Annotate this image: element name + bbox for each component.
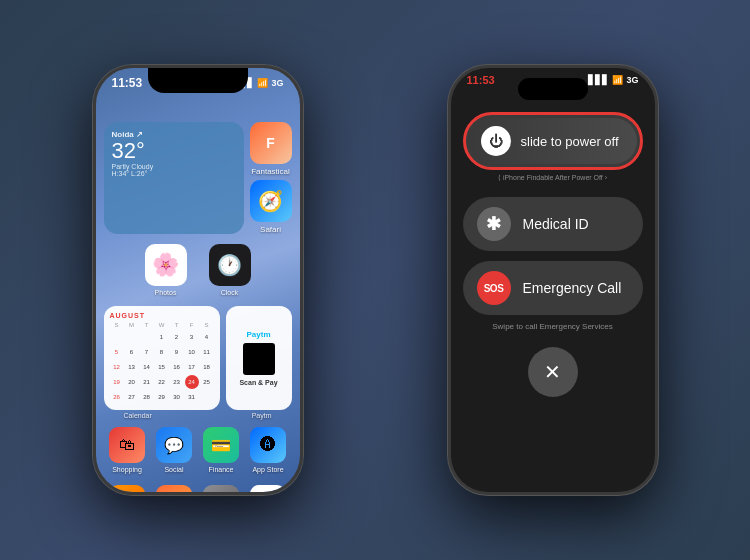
- food-icon: 🍔: [156, 485, 192, 492]
- phone2-power[interactable]: [656, 187, 658, 223]
- cancel-icon: ✕: [544, 360, 561, 384]
- photos-clock-row: 🌸 Photos 🕐 Clock: [96, 238, 300, 302]
- app-photos[interactable]: 🌸 Photos: [145, 244, 187, 296]
- app-appstore[interactable]: 🅐 App Store: [250, 427, 286, 473]
- photos-label: Photos: [155, 289, 177, 296]
- shopping-icon: 🛍: [109, 427, 145, 463]
- appstore-icon: 🅐: [250, 427, 286, 463]
- app-google[interactable]: G Google: [250, 485, 286, 492]
- weather-city: Noida ↗: [112, 130, 236, 139]
- weather-desc: Partly Cloudy: [112, 163, 236, 170]
- shopping-label: Shopping: [112, 466, 142, 473]
- phone1: 11:53 ▋▋▋ 📶 3G Noida ↗ 32° Partly Cloudy…: [93, 65, 303, 495]
- dynamic-island: [518, 78, 588, 100]
- paytm-scan-label: Scan & Pay: [239, 379, 277, 386]
- medical-id-icon: ✱: [477, 207, 511, 241]
- wifi-icon: 📶: [257, 78, 268, 88]
- power-slider-container[interactable]: ⏻ slide to power off: [463, 112, 643, 170]
- widgets-row-1: Noida ↗ 32° Partly Cloudy H:34° L:26° F …: [96, 122, 300, 234]
- emergency-call-label: Emergency Call: [523, 280, 622, 296]
- phone2-vol-down[interactable]: [448, 238, 450, 260]
- paytm-logo: Paytm: [246, 330, 270, 339]
- settings-icon: ⚙️: [203, 485, 239, 492]
- phone2-wifi: 📶: [612, 75, 623, 85]
- app-food[interactable]: 🍔 Food: [156, 485, 192, 492]
- volume-down-button[interactable]: [93, 216, 94, 238]
- power-slider[interactable]: ⏻ slide to power off: [469, 118, 637, 164]
- middle-apps-row: 🛍 Shopping 💬 Social 💳 Finance 🅐 App Stor…: [96, 421, 300, 479]
- appstore-label: App Store: [252, 466, 283, 473]
- calendar-days-header: SMTWTFS: [110, 322, 214, 328]
- phone2-status-icons: ▋▋▋ 📶 3G: [588, 75, 638, 85]
- widget-labels: Calendar Paytm: [96, 410, 300, 421]
- app-settings[interactable]: ⚙️ Settings: [203, 485, 239, 492]
- volume-up-button[interactable]: [93, 174, 94, 196]
- weather-temp: 32°: [112, 139, 236, 163]
- emergency-call-button[interactable]: SOS Emergency Call: [463, 261, 643, 315]
- power-slider-label: slide to power off: [521, 134, 619, 149]
- fantastical-label: Fantastical: [251, 167, 290, 176]
- asterisk-icon: ✱: [486, 213, 501, 235]
- clock-icon: 🕐: [209, 244, 251, 286]
- app-social[interactable]: 💬 Social: [156, 427, 192, 473]
- photos-icon: 🌸: [145, 244, 187, 286]
- phone2-screen: 11:53 ▋▋▋ 📶 3G ⏻ slide to power: [451, 68, 655, 492]
- phone2-mute[interactable]: [448, 161, 450, 175]
- right-button-highlight: [302, 225, 303, 300]
- weather-hilo: H:34° L:26°: [112, 170, 236, 177]
- phone2-signal: ▋▋▋: [588, 75, 609, 85]
- medical-id-button[interactable]: ✱ Medical ID: [463, 197, 643, 251]
- phone2-status-time: 11:53: [467, 74, 495, 86]
- mute-button[interactable]: [93, 149, 94, 163]
- audio-icon: 🎵: [109, 485, 145, 492]
- paytm-app-label: Paytm: [252, 412, 272, 419]
- finance-label: Finance: [209, 466, 234, 473]
- phone2: 11:53 ▋▋▋ 📶 3G ⏻ slide to power: [448, 65, 658, 495]
- safari-icon: 🧭: [250, 180, 292, 222]
- main-container: 11:53 ▋▋▋ 📶 3G Noida ↗ 32° Partly Cloudy…: [0, 0, 750, 560]
- network-badge: 3G: [271, 78, 283, 88]
- weather-widget[interactable]: Noida ↗ 32° Partly Cloudy H:34° L:26°: [104, 122, 244, 234]
- left-button-highlight: [93, 225, 94, 300]
- calendar-app-label: Calendar: [123, 412, 151, 419]
- social-icon: 💬: [156, 427, 192, 463]
- app-safari[interactable]: 🧭 Safari: [250, 180, 292, 234]
- safari-label: Safari: [260, 225, 281, 234]
- status-time: 11:53: [112, 76, 143, 90]
- power-icon: ⏻: [489, 133, 503, 149]
- social-label: Social: [164, 466, 183, 473]
- google-icon: G: [250, 485, 286, 492]
- calendar-grid: 1 2 3 4 5 6 7 8 9 10 11 12 13: [110, 330, 214, 404]
- sos-text: SOS: [484, 283, 504, 294]
- app-audio[interactable]: 🎵 Audio: [109, 485, 145, 492]
- phone2-vol-up[interactable]: [448, 195, 450, 217]
- phone1-screen: 11:53 ▋▋▋ 📶 3G Noida ↗ 32° Partly Cloudy…: [96, 68, 300, 492]
- fantastical-icon: F: [250, 122, 292, 164]
- power-button[interactable]: [302, 187, 303, 223]
- medical-id-label: Medical ID: [523, 216, 589, 232]
- power-circle[interactable]: ⏻: [481, 126, 511, 156]
- calendar-widget[interactable]: AUGUST SMTWTFS 1 2 3 4 5: [104, 306, 220, 410]
- swipe-hint: Swipe to call Emergency Services: [492, 322, 613, 331]
- clock-label: Clock: [221, 289, 239, 296]
- app-fantastical[interactable]: F Fantastical: [250, 122, 292, 176]
- phone2-body: 11:53 ▋▋▋ 📶 3G ⏻ slide to power: [448, 65, 658, 495]
- paytm-widget[interactable]: Paytm ⊞ Scan & Pay: [226, 306, 292, 410]
- widgets-row-2: AUGUST SMTWTFS 1 2 3 4 5: [96, 306, 300, 410]
- phone2-network: 3G: [626, 75, 638, 85]
- app-clock[interactable]: 🕐 Clock: [209, 244, 251, 296]
- bottom-apps-row: 🎵 Audio 🍔 Food ⚙️ Settings G Google: [96, 479, 300, 492]
- notch: [148, 68, 248, 93]
- findable-text: ⟨ iPhone Findable After Power Off ›: [498, 174, 607, 182]
- calendar-month: AUGUST: [110, 312, 214, 319]
- top-right-apps: F Fantastical 🧭 Safari: [250, 122, 292, 234]
- sos-icon: SOS: [477, 271, 511, 305]
- finance-icon: 💳: [203, 427, 239, 463]
- phone1-body: 11:53 ▋▋▋ 📶 3G Noida ↗ 32° Partly Cloudy…: [93, 65, 303, 495]
- app-finance[interactable]: 💳 Finance: [203, 427, 239, 473]
- cancel-button[interactable]: ✕: [528, 347, 578, 397]
- paytm-qr: ⊞: [243, 343, 275, 375]
- app-shopping[interactable]: 🛍 Shopping: [109, 427, 145, 473]
